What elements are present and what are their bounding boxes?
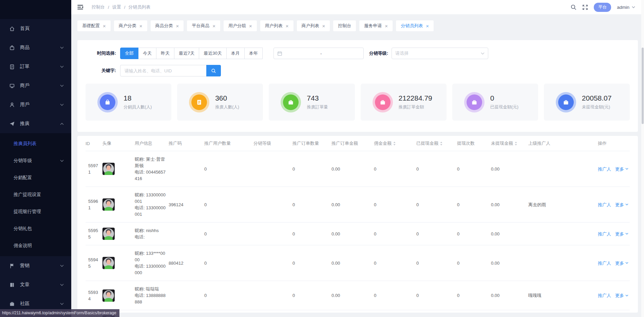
filter-panel: 时间选择: 全部 今天 昨天 最近7天 最近30天 本月 本年 [77, 40, 638, 132]
cell-actions: 推广人更多 [598, 223, 630, 245]
column-header: 推广订单数量 [292, 136, 332, 151]
tab[interactable]: 基礎配置 × [77, 20, 111, 31]
cell-actions: 推广人更多 [598, 310, 630, 317]
collapse-sidebar-icon[interactable] [77, 4, 83, 10]
sidebar-subitem-withdraw-settings[interactable]: 推广提现设置 [0, 186, 71, 203]
cell-order-amount: 0.00 [332, 223, 374, 245]
sidebar-subitem-promoter-list[interactable]: 推廣員列表 [0, 135, 71, 152]
briefcase-icon [9, 301, 15, 307]
sidebar-item-home[interactable]: 首頁 [0, 19, 71, 38]
tab[interactable]: 商户列表 × [297, 20, 330, 31]
promoter-link[interactable]: 推广人 [598, 261, 611, 266]
tab-close-icon[interactable]: × [385, 23, 388, 29]
tab-close-icon[interactable]: × [139, 23, 143, 29]
flag-icon [9, 263, 15, 269]
sidebar-subitem-distribution-level[interactable]: 分销等级 [0, 152, 71, 169]
platform-badge[interactable]: 平台 [594, 3, 611, 12]
tab[interactable]: 商品分类 × [151, 20, 184, 31]
chevron-down-icon [625, 168, 628, 170]
more-link[interactable]: 更多 [615, 260, 628, 266]
tab-close-icon[interactable]: × [322, 23, 325, 29]
user-menu[interactable]: admin [617, 5, 635, 10]
more-link[interactable]: 更多 [615, 231, 628, 237]
scrollbar-thumb[interactable] [642, 48, 644, 124]
column-header: 头像 [102, 136, 135, 151]
cell-promote-users: 0 [204, 151, 253, 187]
breadcrumb-item[interactable]: 控制台 [92, 4, 105, 10]
sidebar-item-merchants[interactable]: 商戶 [0, 76, 71, 95]
tab[interactable]: 用户分组 × [224, 20, 257, 31]
cell-actions: 推广人更多 [598, 151, 630, 187]
time-option-button[interactable]: 全部 [120, 48, 138, 59]
tab-close-icon[interactable]: × [249, 23, 252, 29]
search-icon[interactable] [571, 4, 576, 10]
promoter-link[interactable]: 推广人 [598, 166, 611, 172]
sidebar-subitem-withdraw-bank[interactable]: 提现银行管理 [0, 203, 71, 220]
more-link[interactable]: 更多 [615, 201, 628, 208]
fullscreen-icon[interactable] [582, 4, 588, 10]
sidebar-subitem-commission-note[interactable]: 佣金说明 [0, 237, 71, 254]
sidebar-item-articles[interactable]: 文章 [0, 275, 71, 294]
time-option-button[interactable]: 最近7天 [174, 48, 199, 59]
column-header: 分销等级 [253, 136, 292, 151]
sort-icon[interactable] [440, 141, 443, 146]
keyword-label: 关键字: [86, 68, 116, 74]
cell-order-amount: 0.00 [332, 187, 374, 223]
cell-avatar [102, 245, 135, 281]
tab[interactable]: 分销员列表 × [396, 20, 434, 31]
stat-value: 212284.79 [399, 94, 432, 102]
cell-user-info: 昵称: 13300000001 电话: 13300000001 [135, 187, 169, 223]
cell-id: 55961 [86, 187, 102, 223]
search-button[interactable] [206, 65, 221, 76]
chevron-down-icon [481, 52, 485, 55]
promoter-link[interactable]: 推广人 [598, 202, 611, 207]
sort-icon[interactable] [393, 141, 396, 146]
sidebar-subitem-distribution-config[interactable]: 分銷配置 [0, 169, 71, 186]
sidebar-item-orders[interactable]: 訂單 [0, 57, 71, 76]
tab-close-icon[interactable]: × [426, 23, 429, 29]
promoter-link[interactable]: 推广人 [598, 293, 611, 298]
cell-order-count: 0 [292, 151, 332, 187]
sort-icon[interactable] [514, 141, 517, 146]
cell-id: 55971 [86, 151, 102, 187]
promoter-link[interactable]: 推广人 [598, 231, 611, 236]
column-header: 已提现金额 [416, 136, 457, 151]
breadcrumb-item[interactable]: 设置 [112, 4, 121, 10]
column-header: 未提现金额 [491, 136, 528, 151]
tab-close-icon[interactable]: × [103, 23, 106, 29]
time-option-button[interactable]: 昨天 [156, 48, 174, 59]
sidebar-item-marketing[interactable]: 营销 [0, 256, 71, 275]
tab[interactable]: 商户分类 × [114, 20, 147, 31]
cell-actions: 推广人更多 [598, 281, 630, 310]
cell-id: 55945 [86, 245, 102, 281]
more-link[interactable]: 更多 [615, 292, 628, 299]
sidebar-item-promotion[interactable]: 推廣 [0, 114, 71, 133]
cell-order-count: 0 [292, 310, 332, 317]
paper-plane-icon [9, 121, 15, 127]
cell-user-info: 昵称: 嘎嘎嘎 [135, 310, 169, 317]
avatar [102, 228, 115, 240]
tab-strip: 基礎配置 × 商户分类 × 商品分类 × 平台商品 × 用户分组 × 用户列表 … [77, 20, 638, 31]
time-option-button[interactable]: 本月 [226, 48, 245, 59]
time-option-button[interactable]: 今天 [138, 48, 156, 59]
tab-close-icon[interactable]: × [212, 23, 215, 29]
more-link[interactable]: 更多 [615, 166, 628, 172]
time-option-button[interactable]: 最近30天 [199, 48, 226, 59]
tab[interactable]: 服务申请 × [359, 20, 393, 31]
sidebar-subitem-distribution-gift[interactable]: 分销礼包 [0, 220, 71, 237]
level-select[interactable]: 请选择 [392, 48, 488, 59]
sidebar-item-goods[interactable]: 商品 [0, 38, 71, 57]
stat-value: 360 [215, 94, 239, 102]
date-range-picker[interactable]: - [273, 48, 364, 59]
sidebar-item-users[interactable]: 用戶 [0, 95, 71, 114]
tab-close-icon[interactable]: × [176, 23, 179, 29]
tab[interactable]: 用户列表 × [260, 20, 293, 31]
keyword-input[interactable] [120, 65, 206, 76]
tab-close-icon[interactable]: × [286, 23, 289, 29]
home-icon [9, 26, 15, 32]
tab[interactable]: 控制台 × [333, 20, 356, 31]
table-header-row: ID 头像 用户信息 [86, 136, 630, 151]
cell-withdraw-times: 0 [457, 187, 491, 223]
time-option-button[interactable]: 本年 [244, 48, 263, 59]
tab[interactable]: 平台商品 × [187, 20, 220, 31]
